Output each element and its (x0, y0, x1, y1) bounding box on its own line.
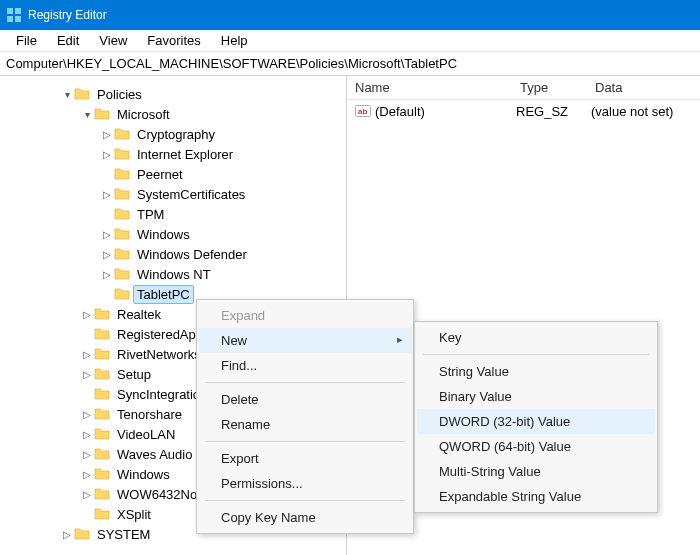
folder-icon (94, 486, 110, 502)
ctx-rename[interactable]: Rename (199, 412, 411, 437)
value-name: (Default) (375, 104, 516, 119)
ctx-new-string[interactable]: String Value (417, 359, 655, 384)
twisty-icon: ▷ (100, 209, 114, 220)
twisty-icon[interactable]: ▷ (100, 149, 114, 160)
ctx-find[interactable]: Find... (199, 353, 411, 378)
twisty-icon[interactable]: ▷ (80, 409, 94, 420)
folder-icon (114, 166, 130, 182)
ctx-new-binary[interactable]: Binary Value (417, 384, 655, 409)
ctx-permissions[interactable]: Permissions... (199, 471, 411, 496)
tree-item[interactable]: ▷SystemCertificates (0, 184, 346, 204)
ctx-new-label: New (221, 333, 247, 348)
menu-file[interactable]: File (6, 31, 47, 50)
twisty-icon[interactable]: ▷ (100, 229, 114, 240)
ctx-new-dword[interactable]: DWORD (32-bit) Value (417, 409, 655, 434)
ctx-separator (205, 382, 405, 383)
svg-rect-3 (15, 16, 21, 22)
twisty-icon[interactable]: ▷ (100, 189, 114, 200)
col-header-name[interactable]: Name (347, 80, 512, 95)
tree-item[interactable]: ▷Windows (0, 224, 346, 244)
folder-icon (94, 506, 110, 522)
tree-item[interactable]: ▾Policies (0, 84, 346, 104)
tree-label: WOW6432Nod (114, 486, 207, 503)
col-header-data[interactable]: Data (587, 80, 700, 95)
twisty-icon[interactable]: ▷ (80, 309, 94, 320)
tree-label: TPM (134, 206, 167, 223)
tree-item[interactable]: ▷Windows NT (0, 264, 346, 284)
twisty-icon[interactable]: ▾ (80, 109, 94, 120)
ctx-new-multistring[interactable]: Multi-String Value (417, 459, 655, 484)
tree-label: RivetNetworks (114, 346, 204, 363)
svg-rect-0 (7, 8, 13, 14)
twisty-icon[interactable]: ▷ (60, 529, 74, 540)
ctx-new-key[interactable]: Key (417, 325, 655, 350)
address-bar[interactable]: Computer\HKEY_LOCAL_MACHINE\SOFTWARE\Pol… (0, 52, 700, 76)
tree-label: Policies (94, 86, 145, 103)
twisty-icon[interactable]: ▷ (100, 269, 114, 280)
tree-item[interactable]: ▾Microsoft (0, 104, 346, 124)
tree-label: Microsoft (114, 106, 173, 123)
folder-icon (114, 246, 130, 262)
address-path: Computer\HKEY_LOCAL_MACHINE\SOFTWARE\Pol… (6, 56, 457, 71)
twisty-icon[interactable]: ▷ (80, 469, 94, 480)
twisty-icon[interactable]: ▾ (60, 89, 74, 100)
folder-icon (114, 226, 130, 242)
tree-label: Setup (114, 366, 154, 383)
tree-label: Windows NT (134, 266, 214, 283)
tree-label: Waves Audio (114, 446, 195, 463)
col-header-type[interactable]: Type (512, 80, 587, 95)
titlebar: Registry Editor (0, 0, 700, 30)
twisty-icon[interactable]: ▷ (80, 349, 94, 360)
ctx-delete[interactable]: Delete (199, 387, 411, 412)
menubar: File Edit View Favorites Help (0, 30, 700, 52)
tree-label: Tenorshare (114, 406, 185, 423)
svg-rect-1 (15, 8, 21, 14)
context-menu: Expand New ▸ Find... Delete Rename Expor… (196, 299, 414, 534)
folder-icon (74, 86, 90, 102)
tree-item[interactable]: ▷TPM (0, 204, 346, 224)
ctx-copy-key-name[interactable]: Copy Key Name (199, 505, 411, 530)
twisty-icon[interactable]: ▷ (100, 249, 114, 260)
tree-item[interactable]: ▷Peernet (0, 164, 346, 184)
ctx-new[interactable]: New ▸ (199, 328, 411, 353)
tree-item[interactable]: ▷Windows Defender (0, 244, 346, 264)
tree-label: TabletPC (134, 286, 193, 303)
folder-icon (114, 266, 130, 282)
value-row[interactable]: ab (Default) REG_SZ (value not set) (347, 100, 700, 122)
twisty-icon: ▷ (80, 329, 94, 340)
tree-label: SYSTEM (94, 526, 153, 543)
folder-icon (114, 286, 130, 302)
folder-icon (94, 346, 110, 362)
menu-favorites[interactable]: Favorites (137, 31, 210, 50)
ctx-new-expstring[interactable]: Expandable String Value (417, 484, 655, 509)
twisty-icon[interactable]: ▷ (100, 129, 114, 140)
tree-item[interactable]: ▷Cryptography (0, 124, 346, 144)
twisty-icon[interactable]: ▷ (80, 449, 94, 460)
folder-icon (114, 206, 130, 222)
tree-item[interactable]: ▷Internet Explorer (0, 144, 346, 164)
ctx-separator (205, 441, 405, 442)
twisty-icon[interactable]: ▷ (80, 429, 94, 440)
value-data: (value not set) (591, 104, 700, 119)
value-type: REG_SZ (516, 104, 591, 119)
ctx-new-qword[interactable]: QWORD (64-bit) Value (417, 434, 655, 459)
twisty-icon[interactable]: ▷ (80, 489, 94, 500)
twisty-icon: ▷ (80, 389, 94, 400)
ctx-expand: Expand (199, 303, 411, 328)
menu-view[interactable]: View (89, 31, 137, 50)
folder-icon (114, 186, 130, 202)
folder-icon (94, 366, 110, 382)
menu-help[interactable]: Help (211, 31, 258, 50)
tree-label: Realtek (114, 306, 164, 323)
folder-icon (114, 126, 130, 142)
menu-edit[interactable]: Edit (47, 31, 89, 50)
folder-icon (94, 406, 110, 422)
context-submenu-new: Key String Value Binary Value DWORD (32-… (414, 321, 658, 513)
folder-icon (94, 446, 110, 462)
twisty-icon[interactable]: ▷ (80, 369, 94, 380)
folder-icon (114, 146, 130, 162)
ctx-export[interactable]: Export (199, 446, 411, 471)
tree-label: Internet Explorer (134, 146, 236, 163)
tree-label: VideoLAN (114, 426, 178, 443)
window-title: Registry Editor (28, 8, 107, 22)
